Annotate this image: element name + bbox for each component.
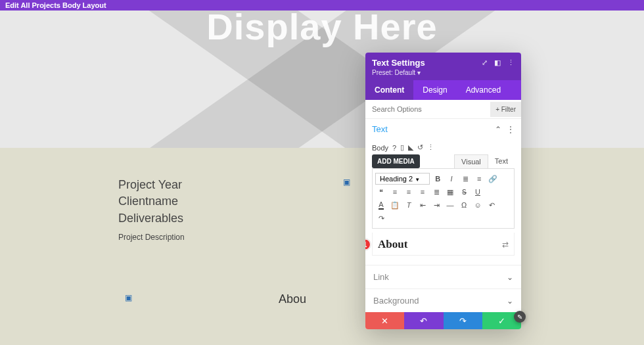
indent-icon[interactable]: ⇥ <box>430 199 442 211</box>
section-link-title: Link <box>373 272 389 282</box>
preset-label[interactable]: Preset: Default ▾ <box>372 69 515 76</box>
body-field-row: Body ? ▯ ◣ ↺ ⋮ <box>365 143 521 152</box>
redo-icon[interactable]: ↷ <box>375 212 387 224</box>
tab-content[interactable]: Content <box>365 80 413 100</box>
align-center-icon[interactable]: ≡ <box>403 186 415 198</box>
project-deliverables: Deliverables <box>118 211 329 226</box>
emoji-icon[interactable]: ☺ <box>472 199 484 211</box>
editor-toolbar: Heading 2 ▼ B I ≣ ≡ 🔗 ❝ ≡ ≡ ≡ ≣ ▦ S̶ U A… <box>372 168 515 229</box>
align-justify-icon[interactable]: ≣ <box>430 186 442 198</box>
italic-icon[interactable]: I <box>446 173 457 185</box>
more-icon[interactable]: ⋮ <box>507 58 515 67</box>
search-input[interactable] <box>365 100 490 118</box>
underline-icon[interactable]: U <box>472 186 484 198</box>
dynamic-content-icon[interactable]: ⇄ <box>502 240 509 249</box>
text-tab[interactable]: Text <box>488 154 515 168</box>
display-here-text: Display Here <box>0 5 644 48</box>
body-label: Body <box>372 144 388 152</box>
align-left-icon[interactable]: ≡ <box>389 186 401 198</box>
chevron-down-icon: ▼ <box>415 177 420 183</box>
more-toolbar-icon[interactable]: ▦ <box>444 186 456 198</box>
more-vert-icon[interactable]: ⋮ <box>427 143 434 152</box>
section-more-icon[interactable]: ⋮ <box>507 125 515 134</box>
addmedia-row: ADD MEDIA Visual Text <box>365 154 521 168</box>
broken-image-icon: ▣ <box>125 293 134 302</box>
specialchar-icon[interactable]: Ω <box>458 199 470 211</box>
align-right-icon[interactable]: ≡ <box>417 186 428 198</box>
quote-icon[interactable]: ❝ <box>375 186 387 198</box>
broken-image-icon: ▣ <box>343 177 352 187</box>
tab-design[interactable]: Design <box>413 80 456 100</box>
hover-icon[interactable]: ◣ <box>408 143 413 152</box>
chevron-down-icon: ▾ <box>417 69 421 76</box>
hr-icon[interactable]: — <box>444 199 456 211</box>
ol-icon[interactable]: ≡ <box>473 173 485 185</box>
chevron-down-icon: ⌄ <box>507 273 513 282</box>
text-settings-panel: Text Settings ⤢ ◧ ⋮ Preset: Default ▾ Co… <box>365 53 521 329</box>
wireframe-toggle-button[interactable]: ✎ <box>514 311 526 323</box>
chevron-down-icon: ⌄ <box>507 296 513 306</box>
section-background-title: Background <box>373 296 419 306</box>
panel-title: Text Settings <box>372 58 425 68</box>
outdent-icon[interactable]: ⇤ <box>417 199 428 211</box>
tablet-icon[interactable]: ▯ <box>400 143 404 152</box>
textcolor-icon[interactable]: A <box>375 199 387 211</box>
link-icon[interactable]: 🔗 <box>487 173 499 185</box>
collapse-icon[interactable]: ⌃ <box>495 125 501 134</box>
about-heading-bg: Abou <box>279 292 306 306</box>
visual-tab[interactable]: Visual <box>454 154 488 168</box>
panel-header[interactable]: Text Settings ⤢ ◧ ⋮ Preset: Default ▾ <box>365 53 521 80</box>
undo-icon[interactable]: ↶ <box>486 199 497 211</box>
section-link[interactable]: Link ⌄ <box>365 265 521 288</box>
ul-icon[interactable]: ≣ <box>459 173 471 185</box>
section-background[interactable]: Background ⌄ <box>365 288 521 312</box>
cancel-button[interactable]: ✕ <box>365 312 404 329</box>
section-text-title: Text <box>372 124 388 134</box>
tab-advanced[interactable]: Advanced <box>457 80 510 100</box>
panel-footer: ✕ ↶ ↷ ✓ <box>365 312 521 329</box>
help-icon[interactable]: ? <box>392 144 396 152</box>
project-info-block: Project Year Clientname Deliverables Pro… <box>118 177 329 242</box>
annotation-badge-1: 1 <box>365 239 371 250</box>
snap-icon[interactable]: ◧ <box>494 58 501 67</box>
project-client: Clientname <box>118 194 329 209</box>
undo-button[interactable]: ↶ <box>404 312 443 329</box>
paste-icon[interactable]: 📋 <box>389 199 401 211</box>
heading-select[interactable]: Heading 2 ▼ <box>375 173 430 185</box>
editor-content[interactable]: About <box>378 238 407 251</box>
project-year: Project Year <box>118 177 329 193</box>
search-row: + Filter <box>365 100 521 119</box>
expand-icon[interactable]: ⤢ <box>482 58 488 67</box>
filter-button[interactable]: + Filter <box>490 102 521 117</box>
add-media-button[interactable]: ADD MEDIA <box>372 154 420 168</box>
clear-icon[interactable]: T <box>403 199 415 211</box>
redo-button[interactable]: ↷ <box>444 312 482 329</box>
section-text: Text ⌃ ⋮ <box>365 119 521 138</box>
editor-area[interactable]: About ⇄ <box>372 233 515 256</box>
project-description: Project Description <box>118 233 329 242</box>
bold-icon[interactable]: B <box>432 173 444 185</box>
reset-icon[interactable]: ↺ <box>417 143 423 152</box>
strike-icon[interactable]: S̶ <box>458 186 470 198</box>
panel-tabs: Content Design Advanced <box>365 80 521 100</box>
